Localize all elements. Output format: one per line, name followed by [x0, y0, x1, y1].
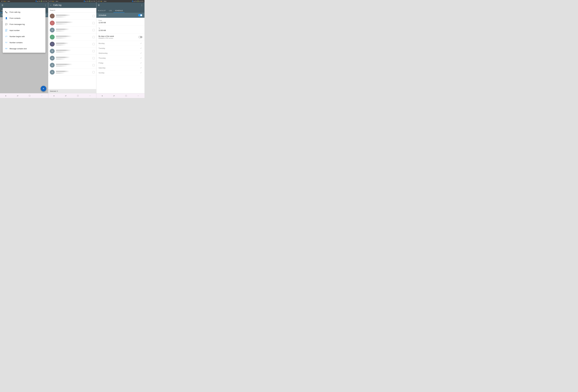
schedule-to-row[interactable]: To 12:00 AM	[96, 26, 144, 33]
contact-name	[56, 50, 71, 51]
day-check-saturday[interactable]: ✓	[140, 67, 142, 69]
overflow-menu-icon[interactable]: ⋮	[45, 4, 47, 6]
contact-item[interactable]	[48, 13, 96, 20]
menu-number-begins-with[interactable]: 1?? Number begins with	[3, 33, 46, 39]
day-check-sunday[interactable]: ✓	[140, 72, 142, 74]
q1q-icon: ?1?	[5, 41, 8, 44]
menu-from-contacts[interactable]: 👤 From contacts	[3, 15, 46, 21]
schedule-title: Schedule	[98, 14, 106, 16]
day-row-monday[interactable]: Monday ✓	[96, 41, 144, 46]
day-row-wednesday[interactable]: Wednesday ✓	[96, 51, 144, 56]
schedule-enable-toggle[interactable]	[138, 14, 142, 16]
nav-home-3[interactable]: ☐	[124, 94, 129, 97]
contact-item[interactable]: +1	[48, 55, 96, 62]
menu-from-calls-log[interactable]: 📞 From calls log	[3, 9, 46, 15]
contact-item[interactable]: +1	[48, 27, 96, 34]
status-right-1: 🔵 ☁ 74% 🔋 12:17 PM	[36, 1, 47, 2]
add-number-fab[interactable]: +	[41, 86, 46, 91]
search-input[interactable]	[50, 9, 95, 11]
schedule-tab-bar: BLACKLIST LOG SCHEDULE	[96, 8, 144, 13]
nav-back-3[interactable]: ←	[136, 94, 141, 97]
days-toggle[interactable]	[138, 36, 142, 38]
menu-message-contains-label: Message contains text	[9, 48, 27, 50]
back-icon[interactable]: ←	[50, 4, 52, 6]
nav-recent-1[interactable]: ⇄	[15, 94, 20, 97]
nav-home-1[interactable]: ☐	[27, 94, 32, 97]
contact-number	[56, 38, 67, 39]
nav-dot-2[interactable]: ●	[52, 94, 56, 97]
day-label-tuesday: Tuesday	[98, 47, 105, 49]
contact-checkbox[interactable]	[93, 64, 95, 66]
menu-message-contains-text[interactable]: ?A? Message contains text	[3, 45, 46, 52]
contact-checkbox[interactable]	[93, 36, 95, 38]
day-row-tuesday[interactable]: Tuesday ✓	[96, 46, 144, 51]
contact-item[interactable]	[48, 41, 96, 48]
day-label-monday: Monday	[98, 42, 105, 44]
days-text-block: By days of the week Available in PRO ver…	[98, 35, 114, 39]
contact-item[interactable]: +1	[48, 62, 96, 69]
contact-checkbox[interactable]	[93, 29, 95, 31]
day-row-sunday[interactable]: Sunday ✓	[96, 70, 144, 75]
contact-name	[56, 29, 69, 30]
contact-info	[56, 71, 91, 74]
schedule-from-row[interactable]: From 12:00 AM	[96, 18, 144, 26]
nav-dot-3[interactable]: ●	[100, 94, 104, 97]
qAq-icon: ?A?	[5, 47, 8, 50]
contact-checkbox[interactable]	[93, 22, 95, 24]
contact-number	[56, 66, 68, 67]
contact-item[interactable]: +1	[48, 69, 96, 76]
app-bar-1: ☰ ⋮	[0, 2, 48, 8]
overflow-menu-icon-3[interactable]: ⋮	[141, 4, 143, 6]
contact-item[interactable]	[48, 20, 96, 27]
contact-name	[56, 36, 72, 37]
contact-info	[56, 64, 91, 67]
contact-number	[56, 23, 68, 25]
day-check-thursday[interactable]: ✓	[140, 57, 142, 59]
contact-info	[56, 57, 91, 60]
tab-log-3[interactable]: LOG	[107, 9, 114, 13]
to-label: To	[98, 27, 142, 29]
status-bar-1: 39° ✉ 🔒 🎧 Jabur 🔵 ☁ 74% 🔋 12:17 PM	[0, 0, 48, 2]
selected-count-bar: Selected: 0	[48, 89, 96, 93]
days-title: By days of the week	[98, 35, 114, 37]
day-check-wednesday[interactable]: ✓	[140, 52, 142, 54]
contact-item[interactable]: +1	[48, 48, 96, 55]
to-value: 12:00 AM	[98, 29, 142, 31]
avatar: +1	[50, 70, 55, 75]
contact-checkbox[interactable]	[93, 43, 95, 45]
nav-back-1[interactable]: ←	[39, 94, 45, 97]
nav-back-2[interactable]: ←	[88, 94, 93, 97]
nav-recent-3[interactable]: ⇄	[112, 94, 116, 97]
tab-blacklist-3[interactable]: BLACKLIST	[96, 9, 107, 13]
menu-input-number[interactable]: 123abc Input number	[3, 27, 46, 33]
menu-number-contains[interactable]: ?1? Number contains	[3, 39, 46, 45]
contact-checkbox[interactable]	[93, 50, 95, 52]
contact-number	[56, 51, 67, 53]
contact-item[interactable]	[48, 34, 96, 41]
avatar	[50, 21, 55, 25]
day-row-friday[interactable]: Friday ✓	[96, 61, 144, 65]
day-row-saturday[interactable]: Saturday ✓	[96, 65, 144, 70]
search-bar[interactable]	[48, 8, 96, 13]
day-check-monday[interactable]: ✓	[140, 42, 142, 44]
contact-info	[56, 22, 91, 25]
day-check-tuesday[interactable]: ✓	[140, 47, 142, 49]
day-row-thursday[interactable]: Thursday ✓	[96, 56, 144, 61]
nav-home-2[interactable]: ☐	[75, 94, 80, 97]
contact-checkbox[interactable]	[93, 57, 95, 59]
nav-dot-1[interactable]: ●	[3, 94, 8, 97]
day-check-friday[interactable]: ✓	[140, 62, 142, 64]
menu-number-begins-label: Number begins with	[9, 36, 25, 38]
menu-number-contains-label: Number contains	[9, 41, 23, 43]
message-icon: 💬	[5, 23, 8, 26]
contact-checkbox[interactable]	[93, 15, 95, 17]
hamburger-icon-3[interactable]: ☰	[98, 4, 100, 6]
contact-checkbox[interactable]	[93, 71, 95, 73]
schedule-panel: 39° ✉ 🔒 🎧 Jabur 🔵 ☁ 74% 🔋 12:18 PM ☰ ⋮ B…	[96, 0, 144, 98]
hamburger-icon[interactable]: ☰	[1, 4, 3, 6]
contact-name	[56, 22, 73, 23]
tab-schedule-3[interactable]: SCHEDULE	[113, 9, 124, 13]
menu-from-messages-log[interactable]: 💬 From messages log	[3, 21, 46, 27]
chevron-down-icon[interactable]: ▾	[46, 14, 47, 16]
nav-recent-2[interactable]: ⇄	[63, 94, 68, 97]
